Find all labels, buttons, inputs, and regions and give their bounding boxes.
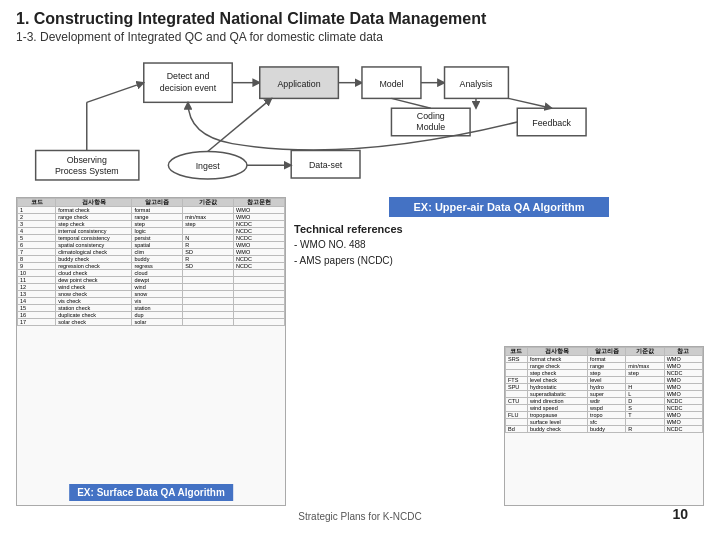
svg-text:Module: Module (416, 122, 445, 132)
tech-refs-area: Technical references - WMO NO. 488 - AMS… (294, 223, 496, 506)
svg-rect-7 (362, 67, 421, 98)
diagram-area: Detect and decision event Application Mo… (16, 54, 704, 189)
svg-point-26 (168, 151, 247, 179)
footer: Strategic Plans for K-NCDC 10 (16, 510, 704, 530)
svg-rect-4 (260, 67, 339, 98)
svg-text:Detect and: Detect and (167, 71, 210, 81)
diagram-svg: Detect and decision event Application Mo… (16, 54, 704, 189)
svg-text:Process System: Process System (55, 166, 119, 176)
svg-text:Application: Application (277, 79, 320, 89)
svg-text:decision event: decision event (160, 83, 217, 93)
svg-rect-10 (445, 67, 509, 98)
svg-line-28 (208, 98, 272, 151)
svg-text:Observing: Observing (67, 155, 107, 165)
svg-line-19 (508, 98, 551, 108)
svg-line-16 (391, 98, 430, 108)
svg-rect-0 (144, 63, 232, 102)
svg-rect-20 (36, 150, 139, 179)
svg-text:Ingest: Ingest (196, 161, 221, 171)
surface-label: EX: Surface Data QA Algorithm (69, 484, 233, 501)
svg-rect-12 (391, 108, 470, 136)
surface-table-area: 코드 검사항목 알고리즘 기준값 참고문헌 1format checkforma… (16, 197, 286, 506)
svg-line-25 (87, 83, 144, 103)
tech-refs-title: Technical references (294, 223, 496, 235)
upper-air-label: EX: Upper-air Data QA Algorithm (389, 197, 609, 217)
right-area: EX: Upper-air Data QA Algorithm Technica… (294, 197, 704, 506)
tech-list-item-2: - AMS papers (NCDC) (294, 253, 496, 269)
svg-text:Analysis: Analysis (460, 79, 493, 89)
svg-text:Model: Model (379, 79, 403, 89)
svg-text:Data-set: Data-set (309, 160, 343, 170)
page-number: 10 (672, 506, 688, 522)
bottom-section: 코드 검사항목 알고리즘 기준값 참고문헌 1format checkforma… (16, 197, 704, 506)
svg-rect-17 (517, 108, 586, 136)
page-subtitle: 1-3. Development of Integrated QC and QA… (16, 30, 704, 44)
svg-rect-29 (291, 150, 360, 178)
svg-text:Coding: Coding (417, 111, 445, 121)
main-page: 1. Constructing Integrated National Clim… (0, 0, 720, 540)
upper-air-table: 코드 검사항목 알고리즘 기준값 참고 SRSformat checkforma… (504, 346, 704, 506)
surface-table: 코드 검사항목 알고리즘 기준값 참고문헌 1format checkforma… (17, 198, 285, 326)
page-title: 1. Constructing Integrated National Clim… (16, 10, 704, 28)
tech-list-item-1: - WMO NO. 488 (294, 237, 496, 253)
strategic-label: Strategic Plans for K-NCDC (298, 511, 421, 522)
svg-text:Feedback: Feedback (532, 118, 571, 128)
